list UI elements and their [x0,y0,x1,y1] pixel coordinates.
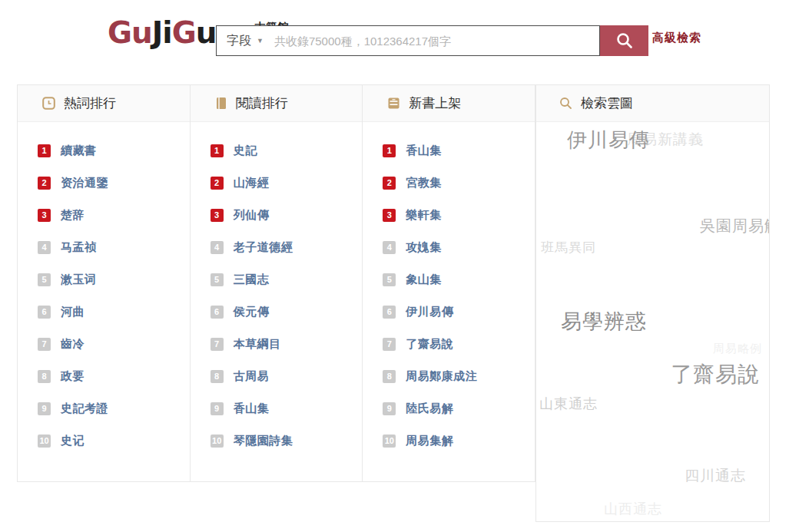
book-title-link[interactable]: 攻媿集 [406,240,442,255]
book-title-link[interactable]: 山海經 [234,176,270,190]
panel-header: 閱讀排行 [191,85,363,122]
rank-item: 6河曲 [18,296,190,328]
search-bar: 字段 ▼ [216,25,600,56]
rank-badge: 5 [383,273,396,286]
rank-badge: 2 [38,177,51,190]
rank-badge: 6 [38,306,51,319]
rank-item: 2资治通鑒 [18,167,190,199]
rank-item: 2宮教集 [363,167,535,199]
cloud-word-link[interactable]: 周易略例 [713,342,762,356]
search-icon [559,97,572,110]
rank-item: 7了齋易說 [363,328,535,360]
rank-item: 7本草綱目 [191,328,363,360]
rank-item: 4老子道德經 [191,231,363,263]
rank-badge: 3 [211,209,224,222]
search-input[interactable] [274,26,599,55]
book-title-link[interactable]: 香山集 [406,144,442,158]
cloud-word-link[interactable]: 了齋易說 [671,360,760,389]
rank-item: 8政要 [18,360,190,392]
rank-item: 1香山集 [363,134,535,167]
rank-badge: 3 [383,209,396,222]
book-icon [215,97,227,110]
rank-item: 7齒冷 [18,328,190,360]
rank-list: 1香山集2宮教集3樂軒集4攻媿集5象山集6伊川易傳7了齋易說8周易鄭康成注9陸氏… [363,122,535,457]
rank-list: 1史記2山海經3列仙傳4老子道德經5三國志6侯元傳7本草綱目8古周易9香山集10… [191,122,363,457]
site-header: GuJiGuaŋ古籍館 字段 ▼ 高級檢索 [0,0,799,82]
book-title-link[interactable]: 香山集 [234,401,270,416]
book-title-link[interactable]: 陸氏易解 [406,401,453,416]
book-title-link[interactable]: 續藏書 [61,144,97,158]
book-title-link[interactable]: 老子道德經 [234,240,293,255]
rank-badge: 8 [211,370,224,383]
rank-item: 4马孟祯 [18,231,190,263]
search-field-label: 字段 [227,33,251,49]
panel-header: 熱詞排行 [18,85,190,122]
rank-badge: 4 [211,241,224,254]
panel-title: 熱詞排行 [64,94,116,112]
book-title-link[interactable]: 本草綱目 [234,337,281,352]
rank-badge: 4 [38,241,51,254]
panel-header: 檢索雲圖 [536,85,769,122]
rank-badge: 6 [211,306,224,319]
cloud-word-link[interactable]: 四川通志 [685,466,746,486]
rank-badge: 8 [383,370,396,383]
rank-list: 1續藏書2资治通鑒3楚辞4马孟祯5漱玉词6河曲7齒冷8政要9史記考證10史记 [18,122,190,457]
cloud-word-link[interactable]: 山東通志 [539,395,598,413]
book-title-link[interactable]: 周易集解 [406,434,453,448]
rank-item: 9香山集 [191,392,363,425]
book-title-link[interactable]: 河曲 [61,305,85,319]
rank-badge: 9 [211,402,224,415]
rank-badge: 2 [383,177,396,190]
panel-new-books: 新書上架 1香山集2宮教集3樂軒集4攻媿集5象山集6伊川易傳7了齋易說8周易鄭康… [363,85,535,481]
search-icon [615,31,634,50]
search-field-dropdown[interactable]: 字段 ▼ [217,26,274,55]
cloud-word-link[interactable]: 易學辨惑 [561,308,647,335]
panel-title: 新書上架 [409,94,461,112]
rank-item: 2山海經 [191,167,363,199]
panel-header: 新書上架 [363,85,535,122]
archive-icon [387,97,400,110]
book-title-link[interactable]: 宮教集 [406,176,442,190]
book-title-link[interactable]: 史記 [234,144,257,158]
rank-item: 3列仙傳 [191,199,363,231]
rank-badge: 2 [211,177,224,190]
book-title-link[interactable]: 樂軒集 [406,208,442,223]
book-title-link[interactable]: 政要 [61,369,85,384]
rank-item: 10史记 [18,425,190,457]
book-title-link[interactable]: 齒冷 [61,337,85,352]
cloud-word-link[interactable]: 山西通志 [604,500,662,518]
panel-title: 閱讀排行 [236,94,288,112]
rank-item: 6伊川易傳 [363,296,535,328]
cloud-word-link[interactable]: 班馬異同 [541,239,596,256]
book-title-link[interactable]: 马孟祯 [61,240,97,255]
search-button[interactable] [600,25,648,56]
book-title-link[interactable]: 资治通鑒 [61,176,108,190]
logo-text: Gu [108,15,152,50]
cloud-word-link[interactable]: 伊川易傳 [567,127,650,154]
book-title-link[interactable]: 楚辞 [61,208,85,223]
book-title-link[interactable]: 周易鄭康成注 [406,369,477,384]
word-cloud: 伊川易傳周易新講義吳園周易解班馬異同易學辨惑周易略例了齋易說山東通志四川通志山西… [536,122,769,521]
book-title-link[interactable]: 史记 [61,434,85,448]
book-title-link[interactable]: 琴隱園詩集 [234,434,293,448]
book-title-link[interactable]: 史記考證 [61,401,108,416]
rank-item: 10周易集解 [363,425,535,457]
book-title-link[interactable]: 列仙傳 [234,208,270,223]
book-title-link[interactable]: 象山集 [406,273,442,287]
book-title-link[interactable]: 三國志 [234,273,270,287]
panel-reading-rank: 閱讀排行 1史記2山海經3列仙傳4老子道德經5三國志6侯元傳7本草綱目8古周易9… [191,85,363,481]
clock-icon [42,97,55,110]
rank-item: 1史記 [191,134,363,167]
book-title-link[interactable]: 侯元傳 [234,305,270,319]
rank-item: 3楚辞 [18,199,190,231]
book-title-link[interactable]: 了齋易說 [406,337,453,352]
cloud-word-link[interactable]: 吳園周易解 [700,216,769,236]
advanced-search-link[interactable]: 高級檢索 [652,31,701,45]
rank-badge: 9 [383,402,396,415]
rank-item: 9陸氏易解 [363,392,535,425]
rank-badge: 3 [38,209,51,222]
book-title-link[interactable]: 漱玉词 [61,273,97,287]
book-title-link[interactable]: 伊川易傳 [406,305,453,319]
book-title-link[interactable]: 古周易 [234,369,270,384]
rank-badge: 4 [383,241,396,254]
